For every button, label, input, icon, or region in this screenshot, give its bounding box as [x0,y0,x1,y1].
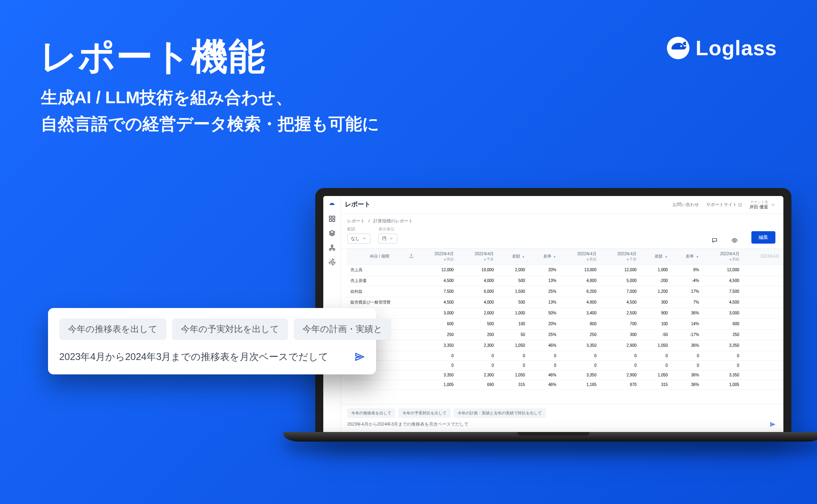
unit-select[interactable]: 円 [378,234,397,244]
table-row[interactable]: 1,00569031546%1,18587031536%1,005 [346,380,783,389]
cell: 870 [601,380,641,389]
cell: 690 [458,380,498,389]
cell: 0 [418,360,458,370]
table-row[interactable]: 営業利益3,0002,0001,00050%3,4002,50090036%3,… [346,308,783,318]
table-row[interactable]: 売上原価4,5004,00050013%4,8005,000-200-4%4,5… [346,275,783,286]
layers-icon[interactable] [328,230,336,237]
edit-button[interactable]: 編集 [751,231,775,244]
sort-icon [522,255,525,258]
cell: 3,350 [703,340,743,351]
cell: -4% [672,275,703,286]
suggestion-chip[interactable]: 今年の推移表を出して [347,408,395,418]
cell: 5,000 [601,275,641,286]
cell: 0 [703,351,743,360]
sort-icon [553,255,556,258]
org-icon[interactable] [328,244,336,251]
cell: 500 [498,275,529,286]
cell: 1,005 [703,380,743,389]
cell [743,360,783,370]
report-table[interactable]: 科目 / 期間 2022年4月実績 2022年4月予算 差額 差率 2022年4… [323,249,783,404]
chat-input-text: 2023年4月から2024年3月までの推移表を月次ベースでだして [347,421,770,427]
export-icon[interactable] [409,254,414,258]
alloc-value: なし [351,236,360,242]
cell: 12,000 [601,264,641,275]
cell: 1,050 [641,340,672,351]
app-header: レポート お問い合わせ サポートサイト テナント名 岸田 優里 [323,196,783,214]
eye-icon[interactable] [731,237,738,244]
cell: 1,050 [498,370,529,380]
cell: 36% [672,370,703,380]
brand: Loglass [666,36,777,60]
cell: 500 [498,297,529,308]
cell: 7,000 [601,286,641,297]
row-name: 売上高 [346,264,418,275]
suggestion-chip[interactable]: 今年の推移表を出して [59,318,166,340]
cell: 4,800 [560,297,600,308]
cell: 4,500 [601,297,641,308]
cell: 0 [672,360,703,370]
comment-icon[interactable] [711,237,718,244]
chevron-down-icon[interactable] [771,202,775,207]
cell: 4,000 [458,297,498,308]
table-row[interactable]: その他収益60050010020%80070010014%600 [346,318,783,329]
table-row[interactable]: 000000000 [346,351,783,360]
table-row[interactable]: 売上高12,00010,0002,00020%13,00012,0001,000… [346,264,783,275]
table-row[interactable]: 販売費及び一般管理費4,5004,00050013%4,8004,5003007… [346,297,783,308]
cell: 4,500 [418,297,458,308]
cell: 8% [672,264,703,275]
col-rate-2[interactable]: 差率 [672,249,703,265]
suggestion-chip[interactable]: 今年の計画・実績と [294,318,391,340]
cell: 12,000 [418,264,458,275]
send-icon[interactable] [354,352,365,362]
chat-card: 今年の推移表を出して 今年の予実対比を出して 今年の計画・実績と 2023年4月… [48,308,376,374]
whale-icon[interactable] [328,201,336,208]
col-actual-3[interactable]: 2022年4月実績 [703,249,743,265]
cell: 4,000 [458,275,498,286]
cell: 0 [498,360,529,370]
support-link[interactable]: サポートサイト [706,202,742,208]
chat-input-row[interactable]: 2023年4月から2024年3月までの推移表を月次ベースでだして [59,350,365,363]
breadcrumb-1[interactable]: レポート [347,218,365,223]
svg-rect-3 [332,216,334,218]
table-row[interactable]: 3,3502,3001,05046%3,3502,9001,05036%3,35… [346,370,783,380]
svg-point-9 [734,240,735,241]
cell: 3,350 [418,370,458,380]
table-row[interactable]: 総利益7,5006,0001,50025%8,2007,0001,20017%7… [346,286,783,297]
sort-icon [665,255,668,258]
cell: 1,005 [418,380,458,389]
table-row[interactable]: …純利益3,3502,3001,05046%3,3502,9001,05036%… [346,340,783,351]
cell: 36% [672,340,703,351]
send-icon[interactable] [770,422,775,427]
cell: 0 [458,351,498,360]
suggestion-chip[interactable]: 今年の計画・実績と去年の実績で対比を出して [454,408,546,418]
cell: 3,400 [560,308,600,318]
cell: 300 [641,297,672,308]
table-row[interactable]: 000000000 [346,360,783,370]
cell: 800 [560,318,600,329]
col-diff-1[interactable]: 差額 [498,249,529,265]
col-actual-1[interactable]: 2022年4月実績 [418,249,458,265]
laptop-mockup: レポート お問い合わせ サポートサイト テナント名 岸田 優里 レポート / [315,188,791,442]
table-row[interactable]: その他費用2502005025%250300-50-17%250 [346,329,783,340]
gear-icon[interactable] [328,258,336,266]
alloc-select[interactable]: なし [347,234,370,244]
cell: 1,000 [498,308,529,318]
suggestion-chip[interactable]: 今年の予実対比を出して [398,408,451,418]
cell: 1,050 [641,370,672,380]
col-rate-1[interactable]: 差率 [529,249,560,265]
grid-icon[interactable] [328,215,336,222]
alloc-label: 配賦 [347,226,370,232]
col-diff-2[interactable]: 差額 [641,249,672,265]
col-actual-2[interactable]: 2022年4月実績 [560,249,600,265]
cell: 600 [418,318,458,329]
col-budget-1[interactable]: 2022年4月予算 [458,249,498,265]
cell: 4,800 [560,275,600,286]
cell: 7,500 [703,286,743,297]
cell: 20% [529,318,560,329]
suggestion-chip[interactable]: 今年の予実対比を出して [172,318,288,340]
app-chat-input[interactable]: 2023年4月から2024年3月までの推移表を月次ベースでだして [347,421,775,427]
tenant-menu[interactable]: テナント名 岸田 優里 [749,200,768,210]
col-budget-2[interactable]: 2022年4月予算 [601,249,641,265]
cell: 700 [601,318,641,329]
contact-link[interactable]: お問い合わせ [673,202,699,208]
